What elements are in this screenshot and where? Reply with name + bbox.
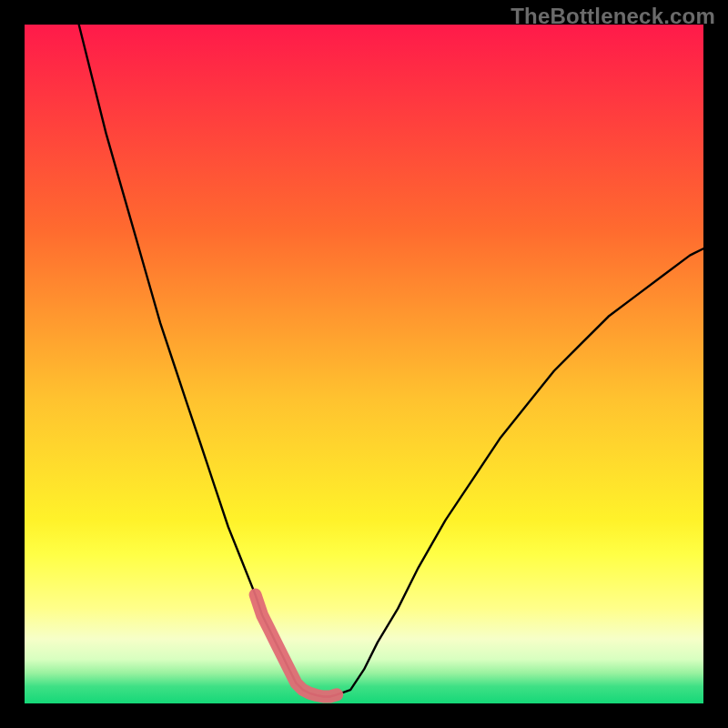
gradient-background <box>25 25 703 703</box>
plot-area <box>25 25 703 703</box>
watermark-text: TheBottleneck.com <box>511 4 715 29</box>
chart-frame: TheBottleneck.com <box>0 0 728 728</box>
chart-svg <box>25 25 703 703</box>
